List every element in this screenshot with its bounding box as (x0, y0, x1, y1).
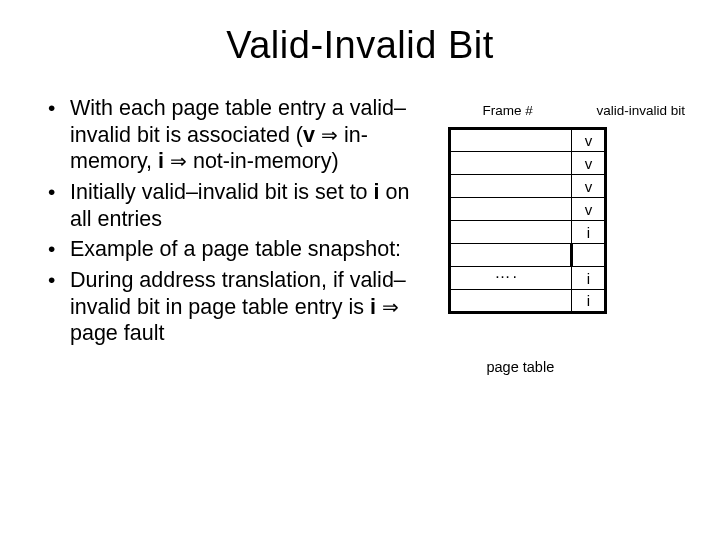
content-row: With each page table entry a valid–inval… (36, 95, 684, 351)
bullet-3: Example of a page table snapshot: (62, 236, 424, 263)
frame-cell (450, 152, 572, 175)
valid-bit-cell (572, 244, 606, 267)
valid-bit-cell: i (572, 221, 606, 244)
bullet-1: With each page table entry a valid–inval… (62, 95, 424, 175)
arrow-icon: ⇒ (170, 150, 187, 172)
table-row: v (450, 198, 606, 221)
table-row: v (450, 175, 606, 198)
table-row: i (450, 267, 606, 290)
valid-bit-cell: v (572, 129, 606, 152)
table-row: v (450, 129, 606, 152)
ellipsis-icon: …. (494, 264, 518, 282)
frame-cell (450, 129, 572, 152)
table-wrap: v v v v i (448, 127, 607, 314)
text: page fault (70, 321, 164, 345)
bullet-4: During address translation, if valid–inv… (62, 267, 424, 347)
frame-cell (450, 290, 572, 313)
valid-bit-cell: v (572, 152, 606, 175)
slide-title: Valid-Invalid Bit (36, 24, 684, 67)
header-valid-invalid-bit: valid-invalid bit (596, 103, 685, 118)
bold-i: i (158, 149, 164, 173)
frame-cell (450, 175, 572, 198)
valid-bit-cell: i (572, 267, 606, 290)
slide: Valid-Invalid Bit With each page table e… (0, 0, 720, 540)
valid-bit-cell: v (572, 175, 606, 198)
page-table: v v v v i (448, 127, 607, 314)
bold-v: v (303, 123, 315, 147)
table-gap-row (450, 244, 606, 267)
figure-caption: page table (486, 359, 554, 375)
arrow-icon: ⇒ (321, 124, 338, 146)
bold-i: i (370, 295, 376, 319)
table-row: i (450, 221, 606, 244)
header-frame-number: Frame # (482, 103, 532, 118)
table-row: v (450, 152, 606, 175)
text: Initially valid–invalid bit is set to (70, 180, 374, 204)
text: During address translation, if valid–inv… (70, 268, 406, 319)
text: not-in-memory) (187, 149, 339, 173)
valid-bit-cell: v (572, 198, 606, 221)
table-row: i (450, 290, 606, 313)
bullet-list: With each page table entry a valid–inval… (36, 95, 432, 351)
arrow-icon: ⇒ (382, 296, 399, 318)
frame-cell (450, 221, 572, 244)
valid-bit-cell: i (572, 290, 606, 313)
text: Example of a page table snapshot: (70, 237, 401, 261)
frame-cell (450, 198, 572, 221)
bullet-2: Initially valid–invalid bit is set to i … (62, 179, 424, 232)
